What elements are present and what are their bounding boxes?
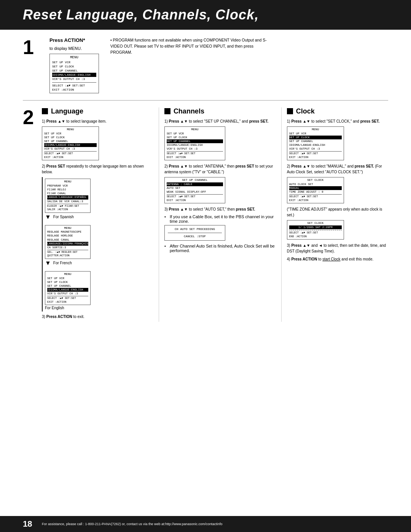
menu-footer2: EXIT :ACTION xyxy=(52,88,96,92)
channels-header: Channels xyxy=(164,107,276,115)
clock-tz-note: ("TIME ZONE ADJUST" appears only when au… xyxy=(287,206,388,218)
step1-number: 1 xyxy=(23,37,38,57)
bullet-dot: • xyxy=(164,214,168,224)
clock-step3: 3) Press ▲▼ and ◄ to select, then set th… xyxy=(287,243,388,254)
lang-step1: 1) Press ▲▼ to select language item. xyxy=(42,118,153,124)
bracket-line-container xyxy=(42,177,43,312)
clock-step4: 4) Press ACTION to start Clock and exit … xyxy=(287,256,388,262)
press-action-label: Press ACTION* xyxy=(49,37,85,43)
down-arrow-spanish: ▼ xyxy=(45,214,51,220)
spanish-menu-container: MENU PREPARAR VCR FIJAR RELOJ FIJAR CANA… xyxy=(45,177,91,222)
page-title: Reset Language, Channels, Clock, xyxy=(23,7,259,22)
clock-icon xyxy=(287,108,293,114)
french-menu-container: MENU REGLAGE MAGNETOSCOPE REGLAGE HORLOG… xyxy=(45,224,91,268)
menu-title: MENU xyxy=(52,55,96,60)
bracket-items: MENU PREPARAR VCR FIJAR RELOJ FIJAR CANA… xyxy=(45,177,91,312)
step1-note: • PROGRAM functions are not available wh… xyxy=(110,37,270,55)
footer-support-text: For assistance, please call : 1-800-211-… xyxy=(42,522,223,526)
lang-menu1: MENU SET UP VCR SET UP CLOCK SET UP CHAN… xyxy=(42,126,99,160)
ch-menu1: MENU SET UP VCR SET UP CLOCK SET UP CHAN… xyxy=(164,126,225,160)
menu-item-selected: IDIOMA/LANGUE:ENGLISH xyxy=(52,73,96,77)
clock-menu1: MENU SET UP VCR SET UP CLOCK SET UP CHAN… xyxy=(287,126,344,160)
english-menu-container: MENU SET UP VCR SET UP CLOCK SET UP CHAN… xyxy=(45,270,91,312)
ch-note1-text: If you use a Cable Box, set it to the PB… xyxy=(170,214,276,224)
language-header: Language xyxy=(42,107,153,115)
columns: Language 1) Press ▲▼ to select language … xyxy=(42,107,388,322)
clock-step2: 2) Press ▲▼ to select "MANUAL," and pres… xyxy=(287,163,388,175)
menu-item: SET UP CHANNEL xyxy=(52,69,96,73)
english-menu: MENU SET UP VCR SET UP CLOCK SET UP CHAN… xyxy=(45,271,91,305)
footer-bar: 18 For assistance, please call : 1-800-2… xyxy=(0,516,411,532)
page: Reset Language, Channels, Clock, 1 Press… xyxy=(0,0,411,532)
step1-note-text: PROGRAM functions are not available when… xyxy=(110,38,267,54)
ch-step1: 1) Press ▲▼ to select "SET UP CHANNEL," … xyxy=(164,118,276,124)
section1: 1 Press ACTION* to display MENU. MENU SE… xyxy=(23,37,388,101)
ch-note1: • If you use a Cable Box, set it to the … xyxy=(164,214,276,224)
main-content: 1 Press ACTION* to display MENU. MENU SE… xyxy=(0,30,411,516)
ch-step2: 2) Press ▲▼ to select "ANTENNA," then pr… xyxy=(164,163,276,175)
channels-column: Channels 1) Press ▲▼ to select "SET UP C… xyxy=(159,107,282,322)
bullet-dot: • xyxy=(164,244,168,253)
down-arrow-french: ▼ xyxy=(45,260,51,267)
step1-left: Press ACTION* to display MENU. MENU SET … xyxy=(49,37,99,93)
clock-date-box: SET CLOCK 1/ 1/2005 SAT 2:20PM SELECT :▲… xyxy=(287,220,344,240)
bullet-dot: • xyxy=(110,38,113,42)
ch-step3: 3) Press ▲▼ to select "AUTO SET," then p… xyxy=(164,206,276,212)
sm-title: MENU xyxy=(44,128,97,132)
menu-item: SET UP CLOCK xyxy=(52,64,96,69)
language-column: Language 1) Press ▲▼ to select language … xyxy=(42,107,159,322)
channels-title: Channels xyxy=(174,107,204,115)
language-title: Language xyxy=(51,107,83,115)
french-menu: MENU REGLAGE MAGNETOSCOPE REGLAGE HORLOG… xyxy=(45,225,91,259)
ch-auto-box: CH AUTO SET PROCEEDING CANCEL :STOP xyxy=(164,225,225,241)
ch-menu2: SET UP CHANNEL ANTENNA : CABLE AUTO SET … xyxy=(164,177,225,203)
clock-column: Clock 1) Press ▲▼ to select "SET CLOCK,"… xyxy=(282,107,388,322)
menu-footer: SELECT :▲▼ SET:SET xyxy=(52,83,96,88)
for-spanish-label: For Spanish xyxy=(53,215,74,219)
lang-step2: 2) Press SET repeatedly to change langua… xyxy=(42,163,153,175)
clock-menu2: SET CLOCK AUTO CLOCK SET MANUAL TIME ZON… xyxy=(287,177,344,203)
step2-number: 2 xyxy=(23,107,38,127)
header-banner: Reset Language, Channels, Clock, xyxy=(0,0,411,30)
press-action-sub: to display MENU. xyxy=(49,46,82,51)
lang-step3: 3) Press ACTION to exit. xyxy=(42,314,153,320)
for-french-label: For French xyxy=(53,261,72,265)
for-english-label: For English xyxy=(45,306,91,310)
spanish-menu: MENU PREPARAR VCR FIJAR RELOJ FIJAR CANA… xyxy=(45,179,91,212)
section2: 2 Language 1) Press ▲▼ to select languag… xyxy=(23,107,388,322)
language-icon xyxy=(42,108,48,114)
ch-note2: • After Channel Auto Set is finished, Au… xyxy=(164,244,276,253)
page-number: 18 xyxy=(23,519,34,529)
menu-item: VCR'S OUTPUT CH :3 xyxy=(52,77,96,81)
menu-item: SET UP VCR xyxy=(52,60,96,64)
ch-note2-text: After Channel Auto Set is finished, Auto… xyxy=(170,244,276,253)
for-french-row: ▼ For French xyxy=(45,260,91,267)
clock-header: Clock xyxy=(287,107,388,115)
for-spanish-row: ▼ For Spanish xyxy=(45,214,91,220)
clock-step1: 1) Press ▲▼ to select "SET CLOCK," and p… xyxy=(287,118,388,124)
bracket-group: MENU PREPARAR VCR FIJAR RELOJ FIJAR CANA… xyxy=(42,177,153,312)
channels-icon xyxy=(164,108,170,114)
step1-menu: MENU SET UP VCR SET UP CLOCK SET UP CHAN… xyxy=(49,54,99,93)
clock-title: Clock xyxy=(296,107,315,115)
